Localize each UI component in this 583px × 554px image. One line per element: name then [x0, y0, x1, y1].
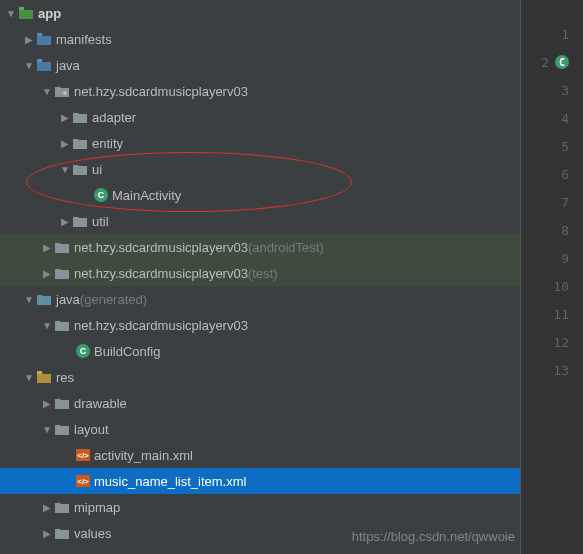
node-label: ui — [92, 162, 102, 177]
svg-rect-0 — [19, 7, 24, 10]
resource-folder-icon — [36, 369, 52, 385]
gutter-line[interactable]: 8 — [521, 216, 583, 244]
folder-icon — [54, 525, 70, 541]
class-gutter-icon[interactable]: C — [555, 55, 569, 69]
module-icon — [18, 5, 34, 21]
collapse-arrow-icon[interactable]: ▶ — [40, 502, 54, 513]
folder-icon — [36, 31, 52, 47]
xml-file-icon: </> — [76, 449, 90, 461]
generated-folder-icon — [36, 291, 52, 307]
node-suffix: (androidTest) — [248, 240, 324, 255]
collapse-arrow-icon[interactable]: ▶ — [40, 268, 54, 279]
node-suffix: (generated) — [80, 292, 147, 307]
package-icon — [54, 265, 70, 281]
package-icon — [72, 213, 88, 229]
tree-node-activity-main-xml[interactable]: </> activity_main.xml — [0, 442, 520, 468]
node-label: layout — [74, 422, 109, 437]
node-label: java — [56, 292, 80, 307]
package-icon — [54, 83, 70, 99]
gutter-line[interactable]: 9 — [521, 244, 583, 272]
folder-icon — [54, 395, 70, 411]
package-icon — [54, 239, 70, 255]
node-label: net.hzy.sdcardmusicplayerv03 — [74, 318, 248, 333]
node-label: res — [56, 370, 74, 385]
folder-icon — [36, 57, 52, 73]
gutter-line[interactable]: 3 — [521, 76, 583, 104]
tree-node-package-androidtest[interactable]: ▶ net.hzy.sdcardmusicplayerv03 (androidT… — [0, 234, 520, 260]
tree-node-java-generated[interactable]: ▼ java (generated) — [0, 286, 520, 312]
tree-node-ui[interactable]: ▼ ui — [0, 156, 520, 182]
tree-node-package-test[interactable]: ▶ net.hzy.sdcardmusicplayerv03 (test) — [0, 260, 520, 286]
xml-file-icon: </> — [76, 475, 90, 487]
collapse-arrow-icon[interactable]: ▶ — [40, 528, 54, 539]
tree-node-package-main[interactable]: ▼ net.hzy.sdcardmusicplayerv03 — [0, 78, 520, 104]
gutter-line[interactable]: 5 — [521, 132, 583, 160]
tree-node-adapter[interactable]: ▶ adapter — [0, 104, 520, 130]
expand-arrow-icon[interactable]: ▼ — [58, 164, 72, 175]
tree-node-manifests[interactable]: ▶ manifests — [0, 26, 520, 52]
editor-gutter: 1 2C 3 4 5 6 7 8 9 10 11 12 13 — [520, 0, 583, 554]
node-label: activity_main.xml — [94, 448, 193, 463]
collapse-arrow-icon[interactable]: ▶ — [58, 216, 72, 227]
svg-rect-2 — [37, 59, 42, 62]
gutter-line[interactable]: 10 — [521, 272, 583, 300]
folder-icon — [54, 421, 70, 437]
node-label: music_name_list_item.xml — [94, 474, 246, 489]
tree-node-gradle-scripts[interactable]: ▶ Gradle Scripts — [0, 546, 520, 554]
node-label: app — [38, 6, 61, 21]
svg-point-3 — [63, 91, 67, 95]
gutter-line[interactable]: 2C — [521, 48, 583, 76]
node-label: mipmap — [74, 500, 120, 515]
collapse-arrow-icon[interactable]: ▶ — [40, 398, 54, 409]
project-tree-panel: ▼ app ▶ manifests ▼ java ▼ net.hzy.sdcar… — [0, 0, 520, 554]
expand-arrow-icon[interactable]: ▼ — [40, 320, 54, 331]
gutter-line[interactable]: 13 — [521, 356, 583, 384]
node-label: entity — [92, 136, 123, 151]
gutter-line[interactable]: 1 — [521, 20, 583, 48]
expand-arrow-icon[interactable]: ▼ — [40, 86, 54, 97]
collapse-arrow-icon[interactable]: ▶ — [40, 242, 54, 253]
tree-node-res[interactable]: ▼ res — [0, 364, 520, 390]
tree-node-main-activity[interactable]: C MainActivity — [0, 182, 520, 208]
collapse-arrow-icon[interactable]: ▶ — [58, 138, 72, 149]
package-icon — [54, 317, 70, 333]
gutter-line[interactable]: 6 — [521, 160, 583, 188]
class-icon: C — [76, 344, 90, 358]
node-label: net.hzy.sdcardmusicplayerv03 — [74, 240, 248, 255]
node-label: MainActivity — [112, 188, 181, 203]
expand-arrow-icon[interactable]: ▼ — [22, 60, 36, 71]
tree-node-layout[interactable]: ▼ layout — [0, 416, 520, 442]
node-label: manifests — [56, 32, 112, 47]
node-label: net.hzy.sdcardmusicplayerv03 — [74, 84, 248, 99]
collapse-arrow-icon[interactable]: ▶ — [58, 112, 72, 123]
tree-node-util[interactable]: ▶ util — [0, 208, 520, 234]
folder-icon — [54, 499, 70, 515]
svg-rect-5 — [37, 371, 42, 374]
node-label: values — [74, 526, 112, 541]
expand-arrow-icon[interactable]: ▼ — [4, 8, 18, 19]
tree-node-music-item-xml[interactable]: </> music_name_list_item.xml — [0, 468, 520, 494]
expand-arrow-icon[interactable]: ▼ — [22, 372, 36, 383]
expand-arrow-icon[interactable]: ▼ — [22, 294, 36, 305]
collapse-arrow-icon[interactable]: ▶ — [22, 34, 36, 45]
package-icon — [72, 109, 88, 125]
class-icon: C — [94, 188, 108, 202]
node-label: java — [56, 58, 80, 73]
tree-node-mipmap[interactable]: ▶ mipmap — [0, 494, 520, 520]
tree-node-package-gen[interactable]: ▼ net.hzy.sdcardmusicplayerv03 — [0, 312, 520, 338]
tree-node-build-config[interactable]: C BuildConfig — [0, 338, 520, 364]
node-label: util — [92, 214, 109, 229]
node-label: net.hzy.sdcardmusicplayerv03 — [74, 266, 248, 281]
tree-node-drawable[interactable]: ▶ drawable — [0, 390, 520, 416]
gutter-line[interactable]: 12 — [521, 328, 583, 356]
tree-node-java[interactable]: ▼ java — [0, 52, 520, 78]
gutter-line[interactable]: 7 — [521, 188, 583, 216]
tree-node-values[interactable]: ▶ values — [0, 520, 520, 546]
tree-node-entity[interactable]: ▶ entity — [0, 130, 520, 156]
gutter-line[interactable]: 4 — [521, 104, 583, 132]
node-label: BuildConfig — [94, 344, 161, 359]
svg-rect-1 — [37, 33, 42, 36]
expand-arrow-icon[interactable]: ▼ — [40, 424, 54, 435]
gutter-line[interactable]: 11 — [521, 300, 583, 328]
tree-node-app[interactable]: ▼ app — [0, 0, 520, 26]
